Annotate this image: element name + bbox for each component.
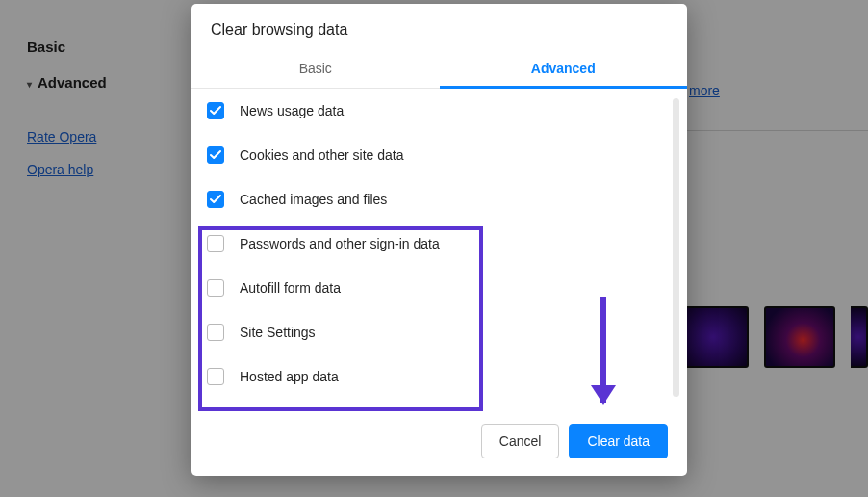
options-scroll-area: News usage data Cookies and other site d… <box>191 89 687 408</box>
checkbox-autofill[interactable] <box>207 279 224 297</box>
option-label: Passwords and other sign-in data <box>240 236 440 251</box>
checkbox-cached-images[interactable] <box>207 191 224 208</box>
option-site-settings: Site Settings <box>207 310 687 354</box>
annotation-arrow <box>600 297 606 403</box>
option-cookies: Cookies and other site data <box>207 133 687 177</box>
option-label: Autofill form data <box>240 280 341 296</box>
option-label: Site Settings <box>240 325 316 340</box>
dialog-title: Clear browsing data <box>191 4 687 52</box>
scrollbar[interactable] <box>673 98 679 397</box>
option-label: Cookies and other site data <box>240 147 403 163</box>
option-label: Cached images and files <box>240 192 387 207</box>
checkbox-news-usage-data[interactable] <box>207 102 224 119</box>
option-news-usage-data: News usage data <box>207 89 687 133</box>
option-label: News usage data <box>240 103 344 118</box>
checkbox-site-settings[interactable] <box>207 324 224 341</box>
checkbox-passwords[interactable] <box>207 235 224 252</box>
dialog-tabs: Basic Advanced <box>191 52 687 89</box>
tab-advanced[interactable]: Advanced <box>440 52 688 89</box>
option-autofill: Autofill form data <box>207 266 687 310</box>
clear-data-button[interactable]: Clear data <box>569 424 668 458</box>
cancel-button[interactable]: Cancel <box>481 424 560 458</box>
dialog-footer: Cancel Clear data <box>191 408 687 476</box>
clear-browsing-data-dialog: Clear browsing data Basic Advanced News … <box>191 4 687 476</box>
tab-basic[interactable]: Basic <box>191 52 440 88</box>
option-passwords: Passwords and other sign-in data <box>207 222 687 266</box>
option-cached-images: Cached images and files <box>207 177 687 222</box>
checkbox-hosted-app-data[interactable] <box>207 368 224 385</box>
checkbox-cookies[interactable] <box>207 146 224 164</box>
option-label: Hosted app data <box>240 369 339 384</box>
